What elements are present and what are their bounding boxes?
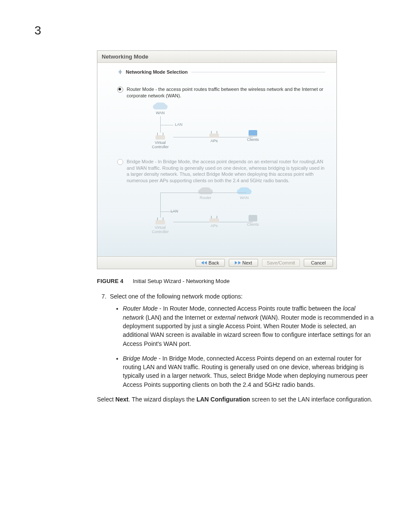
text: . The wizard displays the <box>128 396 196 403</box>
button-label: Save/Commit <box>267 260 295 265</box>
bullet-bridge: Bridge Mode - In Bridge Mode, connected … <box>123 354 377 389</box>
arrow-left-icon <box>201 261 204 264</box>
option-router-mode[interactable]: Router Mode - the access point routes tr… <box>117 86 325 99</box>
step-lead: Select one of the following network mode… <box>110 293 243 300</box>
diagram-router: WAN LAN Virtual Controller APs <box>130 103 325 150</box>
fieldset-label: Networking Mode Selection <box>126 69 188 75</box>
fieldset-rule <box>191 72 325 72</box>
text: - In Router Mode, connected Access Point… <box>158 305 343 312</box>
mode-name: Bridge Mode <box>123 355 157 362</box>
controller-icon <box>156 135 165 140</box>
mode-name: Router Mode <box>123 305 158 312</box>
em: external network <box>214 314 258 321</box>
wan-cloud-icon <box>239 187 250 194</box>
panel-footer: Back Next Save/Commit Cancel <box>97 256 336 269</box>
figure-title: Initial Setup Wizard - Networking Mode <box>133 278 230 284</box>
wizard-screenshot: Networking Mode Networking Mode Selectio… <box>97 50 337 269</box>
chapter-number: 3 <box>34 24 377 37</box>
body-text: Select one of the following network mode… <box>97 292 377 389</box>
fieldset-legend: Networking Mode Selection <box>117 69 325 75</box>
button-label: Cancel <box>311 260 326 265</box>
button-label: Next <box>243 260 252 265</box>
diagram-label: Virtual Controller <box>147 140 173 149</box>
button-label: Back <box>209 260 219 265</box>
text: - In Bridge Mode, connected Access Point… <box>123 355 368 388</box>
text: Select <box>97 396 115 403</box>
radio-router-icon <box>117 87 123 93</box>
diagram-bridge: Router WAN LAN Virtual Controller <box>130 187 325 235</box>
save-commit-button[interactable]: Save/Commit <box>262 259 300 267</box>
arrow-right-icon <box>235 261 237 264</box>
step-list: Select one of the following network mode… <box>97 292 377 389</box>
arrow-left-icon <box>204 261 207 264</box>
wan-cloud-icon <box>155 103 166 109</box>
ap-icon <box>209 134 219 138</box>
back-button[interactable]: Back <box>196 259 225 267</box>
figure-label: FIGURE 4 <box>97 278 124 284</box>
mode-bullets: Router Mode - In Router Mode, connected … <box>110 304 377 389</box>
closing-paragraph: Select Next. The wizard displays the LAN… <box>97 395 377 404</box>
diagram-label: LAN <box>175 122 183 127</box>
bullet-router: Router Mode - In Router Mode, connected … <box>123 304 377 348</box>
option-bridge-text: Bridge Mode - In Bridge Mode, the access… <box>127 159 325 184</box>
arrow-right-icon <box>238 261 241 264</box>
bold: Next <box>115 396 128 403</box>
text: (LAN) and the Internet or <box>144 314 214 321</box>
next-button[interactable]: Next <box>229 259 258 267</box>
diagram-label: Clients <box>240 137 266 142</box>
panel-body: Networking Mode Selection Router Mode - … <box>97 63 336 256</box>
figure-caption: FIGURE 4 Initial Setup Wizard - Networki… <box>97 278 377 284</box>
option-router-text: Router Mode - the access point routes tr… <box>127 86 325 99</box>
router-cloud-icon <box>200 187 211 194</box>
step-item: Select one of the following network mode… <box>108 292 377 389</box>
text: screen to set the LAN interface configur… <box>250 396 372 403</box>
client-icon <box>249 130 257 137</box>
radio-bridge-icon <box>117 159 123 165</box>
ap-icon <box>209 218 219 223</box>
controller-icon <box>156 220 165 224</box>
diagram-label: LAN <box>171 209 178 213</box>
diagram-label: APs <box>201 139 227 143</box>
panel-title: Networking Mode <box>97 51 336 63</box>
diagram-label: Router <box>193 196 218 200</box>
cancel-button[interactable]: Cancel <box>304 259 333 267</box>
diagram-label: WAN <box>231 196 257 200</box>
client-icon <box>249 215 257 221</box>
fieldset-icon <box>117 69 123 75</box>
diagram-label: WAN <box>147 111 173 115</box>
diagram-label: Virtual Controller <box>147 225 173 234</box>
diagram-label: APs <box>201 224 227 228</box>
option-bridge-mode[interactable]: Bridge Mode - In Bridge Mode, the access… <box>117 159 325 184</box>
diagram-label: Clients <box>240 222 266 227</box>
bold: LAN Configuration <box>196 396 250 403</box>
